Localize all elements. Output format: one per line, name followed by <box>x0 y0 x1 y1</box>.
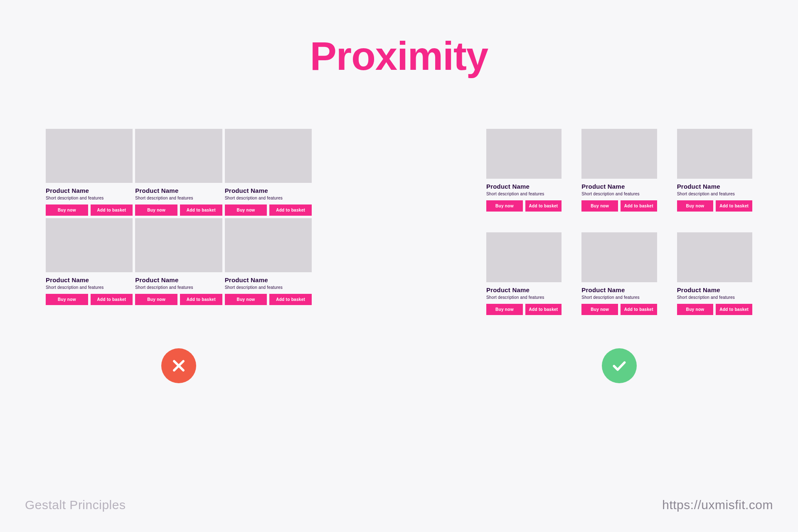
product-button-row: Buy now Add to basket <box>46 204 133 216</box>
footer-label-right: https://uxmisfit.com <box>662 498 773 512</box>
product-image-placeholder <box>486 232 562 282</box>
buy-now-button[interactable]: Buy now <box>486 304 523 315</box>
add-to-basket-button[interactable]: Add to basket <box>621 304 657 315</box>
product-image-placeholder <box>677 129 752 179</box>
product-name: Product Name <box>46 187 133 194</box>
product-card: Product Name Short description and featu… <box>135 129 222 216</box>
status-badges-row <box>0 348 798 383</box>
add-to-basket-button[interactable]: Add to basket <box>180 204 222 216</box>
product-description: Short description and features <box>46 196 133 200</box>
product-card: Product Name Short description and featu… <box>225 218 312 305</box>
product-card: Product Name Short description and featu… <box>677 232 752 315</box>
product-image-placeholder <box>225 218 312 272</box>
product-name: Product Name <box>677 183 752 190</box>
product-button-row: Buy now Add to basket <box>677 200 752 212</box>
product-description: Short description and features <box>486 192 562 196</box>
product-button-row: Buy now Add to basket <box>677 304 752 315</box>
buy-now-button[interactable]: Buy now <box>225 204 267 216</box>
buy-now-button[interactable]: Buy now <box>46 204 88 216</box>
product-description: Short description and features <box>135 285 222 290</box>
product-name: Product Name <box>581 286 657 293</box>
good-badge <box>602 348 637 383</box>
product-image-placeholder <box>581 129 657 179</box>
product-name: Product Name <box>486 183 562 190</box>
add-to-basket-button[interactable]: Add to basket <box>180 294 222 305</box>
product-button-row: Buy now Add to basket <box>486 200 562 212</box>
product-description: Short description and features <box>135 196 222 200</box>
product-card: Product Name Short description and featu… <box>46 129 133 216</box>
product-card: Product Name Short description and featu… <box>225 129 312 216</box>
buy-now-button[interactable]: Buy now <box>677 304 714 315</box>
product-button-row: Buy now Add to basket <box>135 294 222 305</box>
buy-now-button[interactable]: Buy now <box>135 294 177 305</box>
product-name: Product Name <box>486 286 562 293</box>
product-description: Short description and features <box>581 295 657 300</box>
bad-example-grid: Product Name Short description and featu… <box>46 129 312 305</box>
product-image-placeholder <box>677 232 752 282</box>
product-image-placeholder <box>46 218 133 272</box>
product-card: Product Name Short description and featu… <box>581 129 657 212</box>
buy-now-button[interactable]: Buy now <box>581 200 618 212</box>
product-button-row: Buy now Add to basket <box>46 294 133 305</box>
product-card: Product Name Short description and featu… <box>46 218 133 305</box>
product-name: Product Name <box>225 187 312 194</box>
comparison-columns: Product Name Short description and featu… <box>0 129 798 315</box>
buy-now-button[interactable]: Buy now <box>225 294 267 305</box>
buy-now-button[interactable]: Buy now <box>677 200 714 212</box>
bad-example-column: Product Name Short description and featu… <box>46 129 312 315</box>
add-to-basket-button[interactable]: Add to basket <box>525 304 562 315</box>
add-to-basket-button[interactable]: Add to basket <box>269 294 312 305</box>
product-name: Product Name <box>677 286 752 293</box>
good-example-grid: Product Name Short description and featu… <box>486 129 752 315</box>
product-image-placeholder <box>46 129 133 183</box>
product-card: Product Name Short description and featu… <box>486 129 562 212</box>
good-example-column: Product Name Short description and featu… <box>486 129 752 315</box>
bad-badge <box>161 348 196 383</box>
product-description: Short description and features <box>225 285 312 290</box>
product-button-row: Buy now Add to basket <box>486 304 562 315</box>
add-to-basket-button[interactable]: Add to basket <box>91 204 133 216</box>
product-button-row: Buy now Add to basket <box>581 200 657 212</box>
product-image-placeholder <box>225 129 312 183</box>
buy-now-button[interactable]: Buy now <box>46 294 88 305</box>
product-image-placeholder <box>135 218 222 272</box>
product-description: Short description and features <box>677 295 752 300</box>
product-image-placeholder <box>581 232 657 282</box>
buy-now-button[interactable]: Buy now <box>581 304 618 315</box>
add-to-basket-button[interactable]: Add to basket <box>716 304 752 315</box>
buy-now-button[interactable]: Buy now <box>135 204 177 216</box>
product-description: Short description and features <box>581 192 657 196</box>
product-image-placeholder <box>135 129 222 183</box>
product-button-row: Buy now Add to basket <box>225 294 312 305</box>
product-card: Product Name Short description and featu… <box>581 232 657 315</box>
product-description: Short description and features <box>677 192 752 196</box>
product-button-row: Buy now Add to basket <box>135 204 222 216</box>
product-card: Product Name Short description and featu… <box>486 232 562 315</box>
product-name: Product Name <box>135 276 222 283</box>
product-button-row: Buy now Add to basket <box>581 304 657 315</box>
check-icon <box>611 358 627 374</box>
footer-label-left: Gestalt Principles <box>25 498 126 512</box>
product-button-row: Buy now Add to basket <box>225 204 312 216</box>
product-image-placeholder <box>486 129 562 179</box>
product-card: Product Name Short description and featu… <box>677 129 752 212</box>
add-to-basket-button[interactable]: Add to basket <box>91 294 133 305</box>
buy-now-button[interactable]: Buy now <box>486 200 523 212</box>
product-name: Product Name <box>581 183 657 190</box>
add-to-basket-button[interactable]: Add to basket <box>716 200 752 212</box>
product-description: Short description and features <box>486 295 562 300</box>
product-name: Product Name <box>135 187 222 194</box>
add-to-basket-button[interactable]: Add to basket <box>269 204 312 216</box>
product-name: Product Name <box>225 276 312 283</box>
add-to-basket-button[interactable]: Add to basket <box>621 200 657 212</box>
page-title: Proximity <box>0 33 798 79</box>
add-to-basket-button[interactable]: Add to basket <box>525 200 562 212</box>
product-description: Short description and features <box>46 285 133 290</box>
cross-icon <box>171 358 187 374</box>
product-card: Product Name Short description and featu… <box>135 218 222 305</box>
product-name: Product Name <box>46 276 133 283</box>
product-description: Short description and features <box>225 196 312 200</box>
